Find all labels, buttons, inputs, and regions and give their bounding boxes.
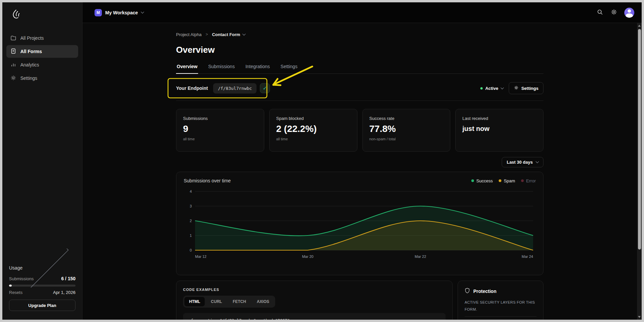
code-snippet[interactable]: <form action="/f/83ul7rnwbc" method="POS… bbox=[183, 313, 446, 320]
protection-divider bbox=[465, 316, 536, 317]
svg-text:Mar 20: Mar 20 bbox=[302, 255, 313, 259]
stat-caption: all time bbox=[183, 137, 257, 141]
stats-row: Submissions 9 all time Spam blocked 2 (2… bbox=[176, 109, 543, 152]
app-logo-flame-icon bbox=[2, 2, 82, 22]
section-divider bbox=[176, 101, 543, 101]
protection-title: Protection bbox=[473, 289, 496, 294]
sidebar-item-all-projects[interactable]: All Projects bbox=[6, 32, 78, 44]
sidebar-item-label: Settings bbox=[20, 75, 37, 81]
scrollbar-thumb[interactable] bbox=[638, 29, 641, 250]
user-avatar[interactable] bbox=[624, 8, 634, 18]
breadcrumb-form-selector[interactable]: Contact Form bbox=[212, 32, 246, 37]
code-tab-html[interactable]: HTML bbox=[184, 297, 205, 306]
main-scroll-area: Project Alpha > Contact Form Overview Ov… bbox=[83, 23, 642, 320]
topbar: M My Workspace bbox=[83, 2, 642, 23]
gear-icon bbox=[514, 85, 519, 91]
check-icon: ✓ bbox=[263, 85, 267, 91]
breadcrumb-separator: > bbox=[206, 32, 208, 37]
legend-dot-icon bbox=[521, 179, 524, 182]
theme-toggle-button[interactable] bbox=[610, 8, 618, 17]
chevron-down-icon bbox=[141, 10, 144, 14]
endpoint-value[interactable]: /f/83ul7rnwbc bbox=[213, 83, 257, 94]
usage-title: Usage bbox=[9, 265, 22, 271]
svg-text:2: 2 bbox=[190, 219, 192, 223]
code-tab-curl[interactable]: CURL bbox=[206, 297, 226, 306]
usage-progress-bar bbox=[9, 285, 75, 287]
submissions-chart-card: Submissions over time Success Spam bbox=[176, 172, 543, 275]
search-button[interactable] bbox=[596, 8, 604, 17]
tab-overview[interactable]: Overview bbox=[176, 61, 198, 74]
sidebar-item-label: Analytics bbox=[20, 62, 39, 67]
breadcrumb: Project Alpha > Contact Form bbox=[176, 31, 543, 38]
active-status-dot-icon bbox=[480, 87, 483, 90]
legend-label: Success bbox=[476, 178, 493, 183]
svg-text:3: 3 bbox=[190, 204, 192, 208]
submissions-chart-svg: 01234Mar 12Mar 20Mar 22Mar 24 bbox=[184, 187, 536, 262]
stat-label: Submissions bbox=[183, 116, 257, 121]
chevron-down-icon bbox=[500, 86, 504, 89]
stat-caption: all time bbox=[276, 137, 350, 141]
code-tab-axios[interactable]: AXIOS bbox=[252, 297, 274, 306]
search-icon bbox=[597, 9, 603, 16]
sidebar-item-label: All Projects bbox=[20, 35, 44, 41]
chevron-right-icon bbox=[29, 248, 68, 287]
breadcrumb-project[interactable]: Project Alpha bbox=[176, 32, 202, 37]
workspace-badge: M bbox=[95, 9, 102, 16]
workspace-name: My Workspace bbox=[105, 10, 138, 15]
page-title: Overview bbox=[176, 44, 543, 55]
svg-text:Mar 22: Mar 22 bbox=[415, 255, 426, 259]
usage-submissions-value: 6 / 150 bbox=[61, 276, 75, 281]
app-window: All Projects All Forms Analytics Setting… bbox=[0, 0, 644, 322]
form-status-dropdown[interactable]: Active bbox=[480, 86, 503, 91]
file-icon bbox=[10, 48, 16, 55]
legend-item-success[interactable]: Success bbox=[471, 178, 493, 183]
code-examples-card: CODE EXAMPLES HTML CURL FETCH AXIOS <for… bbox=[176, 281, 453, 320]
scrollbar-down-arrow-icon[interactable] bbox=[638, 316, 641, 318]
tab-submissions[interactable]: Submissions bbox=[207, 61, 235, 74]
stat-value: 9 bbox=[183, 124, 257, 134]
usage-progress-fill bbox=[9, 285, 12, 287]
date-range-label: Last 30 days bbox=[507, 160, 533, 165]
sidebar-item-all-forms[interactable]: All Forms bbox=[6, 45, 78, 58]
main-content: Project Alpha > Contact Form Overview Ov… bbox=[176, 23, 543, 320]
workspace-switcher[interactable]: M My Workspace bbox=[95, 9, 144, 16]
date-range-dropdown[interactable]: Last 30 days bbox=[502, 157, 543, 167]
usage-header[interactable]: Usage bbox=[9, 265, 75, 271]
vertical-scrollbar[interactable] bbox=[637, 23, 642, 320]
code-line: <form action="/f/83ul7rnwbc" method="POS… bbox=[188, 318, 292, 320]
stat-label: Last received bbox=[462, 116, 536, 121]
tab-settings[interactable]: Settings bbox=[280, 61, 298, 74]
form-settings-button[interactable]: Settings bbox=[509, 82, 543, 94]
stat-label: Success rate bbox=[369, 116, 444, 121]
chart-legend: Success Spam Error bbox=[471, 178, 536, 183]
protection-subtitle: ACTIVE SECURITY LAYERS FOR THIS FORM. bbox=[465, 299, 536, 313]
gear-icon bbox=[10, 75, 16, 82]
protection-card: Protection ACTIVE SECURITY LAYERS FOR TH… bbox=[458, 281, 543, 320]
legend-label: Error bbox=[526, 178, 536, 183]
sidebar-item-settings[interactable]: Settings bbox=[6, 72, 78, 85]
endpoint-copied-check-button[interactable]: ✓ bbox=[260, 83, 270, 93]
svg-text:0: 0 bbox=[190, 248, 192, 252]
upgrade-plan-button[interactable]: Upgrade Plan bbox=[9, 300, 75, 311]
stat-value: just now bbox=[462, 125, 536, 133]
sidebar-item-analytics[interactable]: Analytics bbox=[6, 58, 78, 71]
usage-panel: Usage Submissions 6 / 150 Resets Apr 1, … bbox=[2, 260, 82, 316]
code-tab-fetch[interactable]: FETCH bbox=[228, 297, 251, 306]
bar-chart-icon bbox=[10, 61, 16, 68]
legend-label: Spam bbox=[504, 178, 515, 183]
legend-item-error[interactable]: Error bbox=[521, 178, 536, 183]
legend-item-spam[interactable]: Spam bbox=[499, 178, 515, 183]
svg-text:4: 4 bbox=[190, 189, 192, 193]
stat-value: 77.8% bbox=[369, 124, 444, 134]
tab-integrations[interactable]: Integrations bbox=[245, 61, 271, 74]
endpoint-label: Your Endpoint bbox=[176, 86, 208, 91]
stat-label: Spam blocked bbox=[276, 116, 350, 121]
scrollbar-up-arrow-icon[interactable] bbox=[638, 25, 641, 27]
legend-dot-icon bbox=[471, 179, 474, 182]
code-language-tabs: HTML CURL FETCH AXIOS bbox=[183, 296, 275, 308]
legend-dot-icon bbox=[499, 179, 501, 182]
form-tabs: Overview Submissions Integrations Settin… bbox=[176, 61, 543, 74]
shield-icon bbox=[465, 288, 470, 295]
usage-resets-label: Resets bbox=[9, 290, 22, 295]
stat-card-submissions: Submissions 9 all time bbox=[176, 109, 264, 152]
